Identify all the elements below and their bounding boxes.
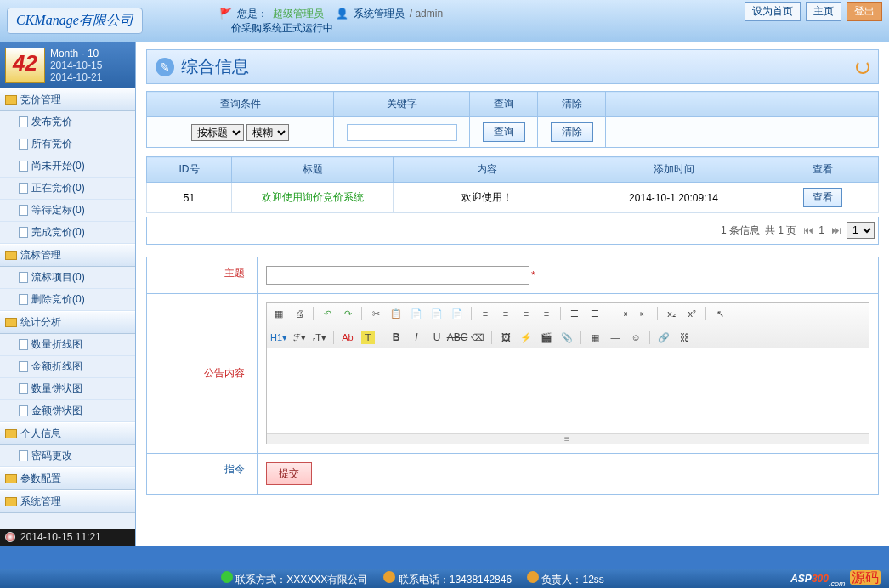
header: CKManage有限公司 🚩 您是： 超级管理员 👤 系统管理员 / admin… xyxy=(0,0,889,42)
image-icon[interactable]: 🖼 xyxy=(499,331,512,344)
nav-pending[interactable]: 等待定标(0) xyxy=(0,200,135,222)
indent-icon[interactable]: ⇥ xyxy=(616,307,630,320)
rich-editor: ▦ 🖨 ↶ ↷ ✂ 📋 📄 📄 📄 ≡ ≡ ≡ xyxy=(266,302,869,444)
file-icon xyxy=(19,450,28,461)
view-button[interactable]: 查看 xyxy=(803,188,842,207)
strike-icon[interactable]: ABC xyxy=(450,331,464,344)
undo-icon[interactable]: ↶ xyxy=(320,307,334,320)
align-center-icon[interactable]: ≡ xyxy=(499,307,512,320)
underline-icon[interactable]: U xyxy=(430,331,444,344)
cut-icon[interactable]: ✂ xyxy=(369,307,382,320)
set-home-button[interactable]: 设为首页 xyxy=(745,2,801,21)
nav-all-bid[interactable]: 所有竞价 xyxy=(0,133,135,155)
last-page-icon[interactable]: ⏭ xyxy=(830,224,841,236)
font-family-icon[interactable]: ℱ▾ xyxy=(292,331,306,344)
folder-icon xyxy=(5,318,17,327)
resize-handle[interactable]: ≡ xyxy=(267,433,869,444)
refresh-icon[interactable] xyxy=(856,60,869,74)
sub-icon[interactable]: x₂ xyxy=(665,307,678,320)
nav-qty-line[interactable]: 数量折线图 xyxy=(0,334,135,356)
status-bar: 2014-10-15 11:21 xyxy=(0,529,135,546)
nav-not-started[interactable]: 尚未开始(0) xyxy=(0,155,135,178)
nav-qty-pie[interactable]: 数量饼状图 xyxy=(0,378,135,400)
remove-format-icon[interactable]: ⌫ xyxy=(471,331,484,344)
paste-icon[interactable]: 📄 xyxy=(410,307,423,320)
nav-group-stats[interactable]: 统计分析 xyxy=(0,311,135,334)
nav-publish-bid[interactable]: 发布竞价 xyxy=(0,111,135,133)
list-ul-icon[interactable]: ☰ xyxy=(588,307,602,320)
file-icon xyxy=(19,183,28,194)
clock-icon xyxy=(5,532,15,542)
align-left-icon[interactable]: ≡ xyxy=(478,307,492,320)
first-page-icon[interactable]: ⏮ xyxy=(801,224,813,236)
clear-button[interactable]: 清除 xyxy=(551,122,593,142)
nav-group-personal[interactable]: 个人信息 xyxy=(0,422,135,445)
logo: CKManage有限公司 xyxy=(7,8,143,34)
table-icon[interactable]: ▦ xyxy=(588,331,602,344)
query-field-select[interactable]: 按标题 xyxy=(191,124,244,141)
media-icon[interactable]: 🎬 xyxy=(540,331,553,344)
nav-group-bid[interactable]: 竞价管理 xyxy=(0,88,135,111)
flag-icon: 🚩 xyxy=(219,8,232,20)
select-all-icon[interactable]: ↖ xyxy=(713,307,727,320)
date-widget: 42 Month - 10 2014-10-15 2014-10-21 xyxy=(0,42,135,88)
main-content: ✎ 综合信息 查询条件 关键字 查询 清除 按标题 模糊 查询 清除 ID号 标… xyxy=(136,42,889,546)
body-label: 公告内容 xyxy=(147,294,258,454)
redo-icon[interactable]: ↷ xyxy=(341,307,354,320)
hr-icon[interactable]: — xyxy=(609,331,622,344)
paste-text-icon[interactable]: 📄 xyxy=(450,307,464,320)
user-icon: 👤 xyxy=(336,8,348,20)
submit-button[interactable]: 提交 xyxy=(266,462,312,485)
folder-icon xyxy=(5,497,17,506)
bg-color-icon[interactable]: T xyxy=(361,331,375,344)
page-icon: ✎ xyxy=(156,58,174,76)
nav-pwd-change[interactable]: 密码更改 xyxy=(0,445,135,467)
print-icon[interactable]: 🖨 xyxy=(292,307,306,320)
unlink-icon[interactable]: ⛓ xyxy=(677,331,691,344)
emoji-icon[interactable]: ☺ xyxy=(629,331,643,344)
page-title: 综合信息 xyxy=(181,55,249,78)
flash-icon[interactable]: ⚡ xyxy=(519,331,533,344)
page-select[interactable]: 1 xyxy=(847,222,875,239)
nav-amt-line[interactable]: 金额折线图 xyxy=(0,356,135,378)
italic-icon[interactable]: I xyxy=(410,331,423,344)
link-icon[interactable]: 🔗 xyxy=(657,331,671,344)
file-icon xyxy=(19,272,28,283)
keyword-input[interactable] xyxy=(347,124,457,141)
align-right-icon[interactable]: ≡ xyxy=(519,307,533,320)
outdent-icon[interactable]: ⇤ xyxy=(637,307,650,320)
subject-label: 主题 xyxy=(147,257,258,294)
main-page-button[interactable]: 主页 xyxy=(806,2,841,21)
file-icon xyxy=(19,116,28,127)
nav-group-fail[interactable]: 流标管理 xyxy=(0,244,135,267)
nav-group-config[interactable]: 参数配置 xyxy=(0,467,135,490)
nav-del-bid[interactable]: 删除竞价(0) xyxy=(0,289,135,311)
list-ol-icon[interactable]: ☲ xyxy=(568,307,581,320)
file-icon xyxy=(19,361,28,372)
align-justify-icon[interactable]: ≡ xyxy=(540,307,553,320)
nav-amt-pie[interactable]: 金额饼状图 xyxy=(0,400,135,422)
source-icon[interactable]: ▦ xyxy=(272,307,286,320)
nav-done[interactable]: 完成竞价(0) xyxy=(0,222,135,244)
subject-input[interactable] xyxy=(266,266,529,285)
nav-in-progress[interactable]: 正在竞价(0) xyxy=(0,178,135,200)
file-icon xyxy=(19,139,28,150)
paste-word-icon[interactable]: 📄 xyxy=(430,307,444,320)
bold-icon[interactable]: B xyxy=(389,331,403,344)
heading-icon[interactable]: H1▾ xyxy=(272,331,286,344)
copy-icon[interactable]: 📋 xyxy=(389,307,403,320)
query-mode-select[interactable]: 模糊 xyxy=(246,124,289,141)
file-icon[interactable]: 📎 xyxy=(560,331,574,344)
file-icon xyxy=(19,161,28,172)
nav-fail-proj[interactable]: 流标项目(0) xyxy=(0,267,135,289)
font-size-icon[interactable]: ᵣT▾ xyxy=(313,331,326,344)
file-icon xyxy=(19,339,28,350)
sup-icon[interactable]: x² xyxy=(685,307,699,320)
editor-body[interactable] xyxy=(267,348,869,433)
logout-button[interactable]: 登出 xyxy=(847,2,882,21)
text-color-icon[interactable]: Ab xyxy=(341,331,354,344)
query-button[interactable]: 查询 xyxy=(483,122,525,142)
nav-group-sys[interactable]: 系统管理 xyxy=(0,490,135,513)
sidebar: 42 Month - 10 2014-10-15 2014-10-21 竞价管理… xyxy=(0,42,136,546)
file-icon xyxy=(19,405,28,416)
